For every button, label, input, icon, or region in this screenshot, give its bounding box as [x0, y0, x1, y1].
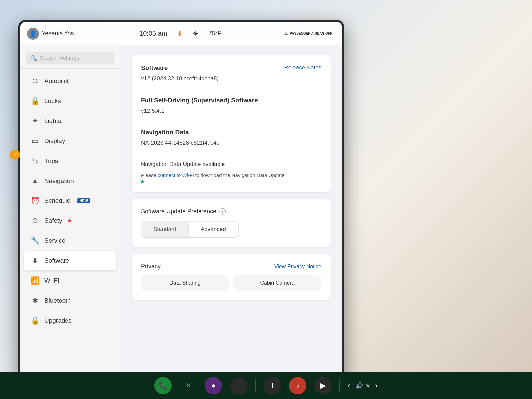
update-preference-toggle: Standard Advanced [141, 221, 239, 238]
search-box[interactable]: 🔍 Search Settings [26, 52, 114, 64]
software-section-header: Software v12 (2024.32.10 cceffd4dcba8) R… [141, 65, 321, 83]
status-bar-center: 10:05 am ⬇ ☀ 75°F [86, 30, 274, 38]
sidebar-item-wifi[interactable]: 📶 Wi-Fi [24, 271, 116, 290]
safety-alert-dot [68, 219, 71, 222]
mute-icon: ✕ [366, 383, 370, 389]
search-container: 🔍 Search Settings [20, 49, 120, 69]
wifi-status-dot [141, 180, 144, 183]
sidebar-item-autopilot[interactable]: ⊙ Autopilot [24, 71, 116, 91]
service-icon: 🔧 [30, 236, 40, 245]
nav-right-button[interactable]: › [375, 381, 378, 390]
sun-icon: ☀ [193, 30, 199, 38]
status-time: 10:05 am [139, 30, 167, 37]
nav-data-section: Navigation Data NA-2023.44-14828-c521f4d… [141, 122, 321, 147]
data-sharing-button[interactable]: Data Sharing [141, 275, 229, 291]
sidebar-label-safety: Safety [44, 217, 62, 224]
info-icon: i [272, 382, 273, 389]
status-profile-name: Yesenia Yos… [42, 30, 80, 37]
safety-icon: ⊙ [30, 216, 40, 225]
nav-update-section: Navigation Data Update available Please … [141, 154, 321, 183]
fsd-section: Full Self-Driving (Supervised) Software … [141, 90, 321, 115]
wifi-notice-suffix: to download the Navigation Data Update [194, 172, 285, 178]
sidebar-item-trips[interactable]: ⇆ Trips [24, 151, 116, 171]
sidebar-item-upgrades[interactable]: 🔒 Upgrades [24, 311, 116, 330]
volume-control[interactable]: 🔊 ✕ [356, 382, 370, 389]
sidebar-label-display: Display [44, 137, 65, 145]
camera-icon: ● [211, 381, 216, 390]
wifi-icon: 📶 [30, 276, 40, 285]
sidebar-item-locks[interactable]: 🔒 Locks [24, 91, 116, 111]
upgrades-icon: 🔒 [30, 316, 40, 325]
sidebar-label-navigation: Navigation [44, 177, 74, 185]
preference-info-icon[interactable]: i [219, 208, 226, 215]
nav-data-version: NA-2023.44-14828-c521f4dc4d [141, 139, 321, 147]
trips-icon: ⇆ [30, 157, 40, 165]
privacy-buttons-group: Data Sharing Cabin Camera [141, 275, 321, 291]
sidebar-item-lights[interactable]: ✦ Lights [24, 111, 116, 131]
volume-icon: 🔊 [356, 382, 363, 389]
nav-update-title: Navigation Data Update available [141, 161, 321, 168]
nav-data-title: Navigation Data [141, 129, 321, 136]
lights-icon: ✦ [30, 117, 40, 125]
privacy-title: Privacy [141, 263, 161, 270]
sidebar-item-schedule[interactable]: ⏰ Schedule NEW [24, 191, 116, 210]
preference-title: Software Update Preference [141, 208, 216, 215]
software-preference-section: Software Update Preference i Standard Ad… [132, 199, 331, 247]
fsd-version: v12.5.4.1 [141, 107, 321, 115]
taskbar-camera-button[interactable]: ● [205, 377, 222, 394]
software-version: v12 (2024.32.10 cceffd4dcba8) [141, 74, 219, 83]
phone-icon: 📞 [159, 381, 168, 390]
status-profile-icon: 👤 [27, 28, 39, 40]
status-profile[interactable]: 👤 Yesenia Yos… [27, 28, 80, 40]
sidebar-label-trips: Trips [44, 157, 58, 165]
sidebar-label-bluetooth: Bluetooth [44, 297, 71, 304]
taskbar-phone-button[interactable]: 📞 [154, 377, 172, 394]
taskbar-shuffle-button[interactable]: ✕ [180, 377, 197, 394]
release-notes-link[interactable]: Release Notes [284, 65, 321, 71]
sidebar-item-software[interactable]: ⬇ Software [24, 251, 116, 270]
taskbar-info-button[interactable]: i [264, 377, 281, 394]
fsd-title: Full Self-Driving (Supervised) Software [141, 97, 321, 104]
sidebar-item-safety[interactable]: ⊙ Safety [24, 211, 116, 230]
preference-advanced-button[interactable]: Advanced [189, 222, 238, 237]
privacy-header: Privacy View Privacy Notice [141, 263, 321, 270]
wifi-connect-link[interactable]: connect to Wi-Fi [158, 172, 194, 178]
wifi-notice: Please connect to Wi-Fi to download the … [141, 172, 321, 179]
more-icon: ··· [236, 383, 242, 388]
sidebar-item-navigation[interactable]: ▲ Navigation [24, 171, 116, 191]
airbag-label: PASSENGER AIRBAG OFF [290, 32, 332, 35]
software-info-section: Software v12 (2024.32.10 cceffd4dcba8) R… [132, 55, 331, 192]
preference-standard-button[interactable]: Standard [141, 221, 188, 237]
bluetooth-icon: ✱ [30, 296, 40, 305]
wifi-notice-prefix: Please [141, 172, 158, 178]
view-privacy-notice-link[interactable]: View Privacy Notice [274, 264, 321, 270]
sidebar-label-wifi: Wi-Fi [44, 277, 59, 284]
nav-left-button[interactable]: ‹ [348, 381, 350, 390]
sidebar-item-service[interactable]: 🔧 Service [24, 231, 116, 250]
sidebar-label-service: Service [44, 237, 65, 244]
navigation-icon: ▲ [30, 177, 40, 185]
cabin-camera-button[interactable]: Cabin Camera [233, 275, 321, 291]
software-title-group: Software v12 (2024.32.10 cceffd4dcba8) [141, 65, 219, 83]
sidebar-label-software: Software [44, 257, 69, 264]
taskbar-play-button[interactable]: ▶ [314, 377, 332, 394]
sidebar: 🔍 Search Settings ⊙ Autopilot 🔒 Locks ✦ … [20, 45, 120, 377]
software-icon: ⬇ [30, 256, 40, 265]
status-bar: 👤 Yesenia Yos… 10:05 am ⬇ ☀ 75°F ⚠ PASSE… [20, 22, 342, 45]
shuffle-icon: ✕ [185, 381, 191, 390]
content-panel: Software v12 (2024.32.10 cceffd4dcba8) R… [120, 45, 342, 377]
preference-header: Software Update Preference i [141, 208, 321, 215]
privacy-section: Privacy View Privacy Notice Data Sharing… [132, 254, 331, 300]
taskbar-music-button[interactable]: ♪ [289, 377, 306, 394]
download-arrow-icon: ⬇ [177, 30, 183, 38]
sidebar-label-lights: Lights [44, 117, 61, 125]
main-content: 🔍 Search Settings ⊙ Autopilot 🔒 Locks ✦ … [20, 45, 342, 377]
sidebar-item-display[interactable]: ▭ Display [24, 131, 116, 151]
software-section-title: Software [141, 65, 219, 72]
sidebar-label-locks: Locks [44, 97, 61, 105]
sidebar-label-schedule: Schedule [44, 197, 70, 204]
taskbar-more-button[interactable]: ··· [230, 377, 247, 394]
search-placeholder-text: Search Settings [40, 55, 79, 61]
sidebar-item-bluetooth[interactable]: ✱ Bluetooth [24, 291, 116, 310]
taskbar-separator-1 [255, 379, 256, 392]
